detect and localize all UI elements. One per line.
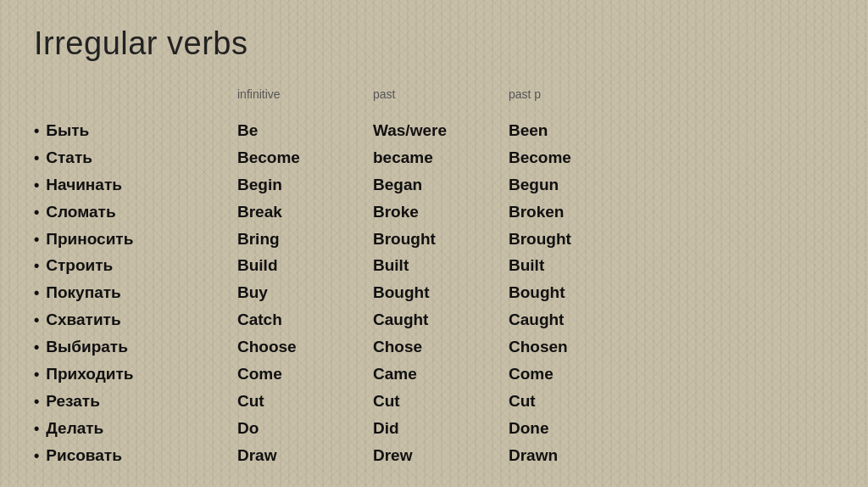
past-participle-col: Chosen <box>509 334 644 359</box>
table-row: • Покупать Buy Bought Bought <box>34 280 834 305</box>
russian-col: • Начинать <box>34 172 237 198</box>
table-row: • Быть Be Was/were Been <box>34 118 834 143</box>
past-participle-col: Caught <box>509 307 644 332</box>
russian-word: Приносить <box>46 227 133 251</box>
table-row: • Приносить Bring Brought Brought <box>34 227 834 252</box>
table-row: • Стать Become became Become <box>34 145 834 171</box>
infinitive-col: Begin <box>237 172 373 197</box>
russian-col: • Резать <box>34 389 237 414</box>
russian-word: Стать <box>46 145 92 170</box>
table-row: • Сломать Break Broke Broken <box>34 199 834 225</box>
bullet-icon: • <box>34 282 39 305</box>
table-header: infinitive past past p <box>237 87 834 101</box>
bullet-icon: • <box>34 255 39 278</box>
infinitive-col: Come <box>237 361 373 386</box>
table-row: • Строить Build Built Built <box>34 253 834 278</box>
past-col: became <box>373 145 509 170</box>
infinitive-col: Choose <box>237 334 373 359</box>
past-col: Did <box>373 416 509 440</box>
russian-word: Быть <box>46 118 89 143</box>
russian-word: Резать <box>46 389 100 413</box>
bullet-icon: • <box>34 390 39 414</box>
past-col: Brought <box>373 227 509 251</box>
header-past-p: past p <box>509 87 644 101</box>
infinitive-col: Be <box>237 118 373 143</box>
bullet-icon: • <box>34 147 39 171</box>
table-row: • Выбирать Choose Chose Chosen <box>34 334 834 360</box>
table-row: • Схватить Catch Caught Caught <box>34 307 834 333</box>
bullet-icon: • <box>34 228 39 252</box>
russian-word: Выбирать <box>46 334 128 359</box>
russian-word: Схватить <box>46 307 120 332</box>
past-col: Broke <box>373 199 509 224</box>
table-row: • Начинать Begin Began Begun <box>34 172 834 198</box>
bullet-icon: • <box>34 445 39 468</box>
past-participle-col: Done <box>509 416 644 440</box>
past-col: Caught <box>373 307 509 332</box>
header-infinitive: infinitive <box>237 87 373 101</box>
bullet-icon: • <box>34 120 39 143</box>
russian-col: • Схватить <box>34 307 237 333</box>
infinitive-col: Buy <box>237 280 373 305</box>
table-row: • Приходить Come Came Come <box>34 361 834 387</box>
table-row: • Рисовать Draw Drew Drawn <box>34 443 834 468</box>
past-participle-col: Begun <box>509 172 644 197</box>
infinitive-col: Break <box>237 199 373 224</box>
infinitive-col: Draw <box>237 443 373 467</box>
past-participle-col: Broken <box>509 199 644 224</box>
bullet-icon: • <box>34 309 39 333</box>
verb-table: • Быть Be Was/were Been • Стать Become b… <box>34 118 834 470</box>
russian-word: Начинать <box>46 172 122 197</box>
russian-col: • Покупать <box>34 280 237 305</box>
past-participle-col: Brought <box>509 227 644 251</box>
russian-word: Строить <box>46 253 113 277</box>
past-participle-col: Bought <box>509 280 644 305</box>
past-col: Bought <box>373 280 509 305</box>
russian-word: Сломать <box>46 199 115 224</box>
past-participle-col: Drawn <box>509 443 644 467</box>
past-col: Was/were <box>373 118 509 143</box>
russian-col: • Приносить <box>34 227 237 252</box>
russian-word: Делать <box>46 416 103 440</box>
bullet-icon: • <box>34 336 39 360</box>
past-col: Began <box>373 172 509 197</box>
russian-col: • Приходить <box>34 361 237 387</box>
infinitive-col: Bring <box>237 227 373 251</box>
russian-col: • Рисовать <box>34 443 237 468</box>
past-participle-col: Cut <box>509 389 644 413</box>
russian-word: Рисовать <box>46 443 122 467</box>
infinitive-col: Cut <box>237 389 373 413</box>
past-col: Chose <box>373 334 509 359</box>
russian-col: • Стать <box>34 145 237 171</box>
russian-col: • Строить <box>34 253 237 278</box>
past-col: Cut <box>373 389 509 413</box>
russian-col: • Делать <box>34 416 237 441</box>
russian-col: • Сломать <box>34 199 237 225</box>
past-col: Built <box>373 253 509 277</box>
past-participle-col: Come <box>509 361 644 386</box>
russian-col: • Быть <box>34 118 237 143</box>
bullet-icon: • <box>34 417 39 441</box>
main-container: Irregular verbs infinitive past past p •… <box>0 0 868 487</box>
infinitive-col: Become <box>237 145 373 170</box>
past-participle-col: Been <box>509 118 644 143</box>
infinitive-col: Do <box>237 416 373 440</box>
bullet-icon: • <box>34 201 39 225</box>
infinitive-col: Build <box>237 253 373 277</box>
infinitive-col: Catch <box>237 307 373 332</box>
past-col: Came <box>373 361 509 386</box>
header-past: past <box>373 87 509 101</box>
russian-word: Покупать <box>46 280 120 305</box>
table-row: • Делать Do Did Done <box>34 416 834 441</box>
past-participle-col: Become <box>509 145 644 170</box>
bullet-icon: • <box>34 174 39 198</box>
bullet-icon: • <box>34 363 39 387</box>
page-title: Irregular verbs <box>34 25 834 62</box>
table-row: • Резать Cut Cut Cut <box>34 389 834 414</box>
russian-col: • Выбирать <box>34 334 237 360</box>
past-participle-col: Built <box>509 253 644 277</box>
past-col: Drew <box>373 443 509 467</box>
russian-word: Приходить <box>46 361 133 386</box>
